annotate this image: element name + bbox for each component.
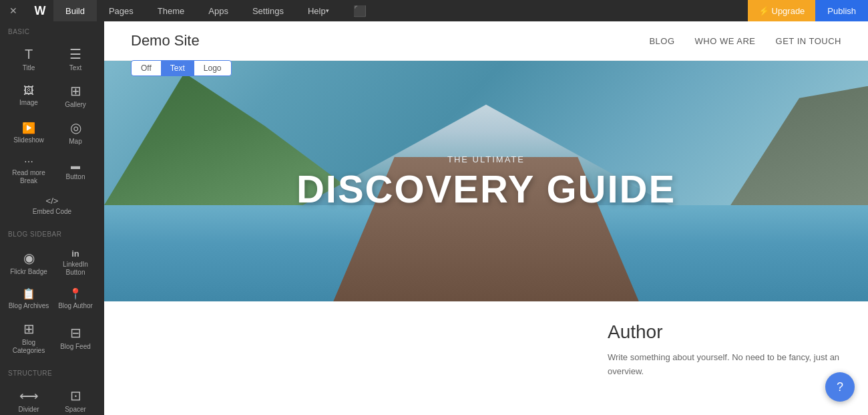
embed-icon: </>	[46, 196, 59, 206]
sidebar-item-slideshow[interactable]: ▶️ Slideshow	[5, 114, 52, 151]
close-button[interactable]: ✕	[0, 0, 27, 21]
toggle-logo[interactable]: Logo	[194, 61, 231, 76]
image-icon: 🖼	[23, 85, 34, 97]
nav-link-who-we-are[interactable]: WHO WE ARE	[695, 36, 756, 46]
sidebar-item-blog-archives[interactable]: 📋 Blog Archives	[5, 282, 52, 315]
toggle-off[interactable]: Off	[132, 61, 161, 76]
sidebar-item-button[interactable]: ▬ Button	[52, 151, 99, 190]
site-header: Demo Site BLOG WHO WE ARE GET IN TOUCH O…	[104, 21, 868, 61]
sidebar-item-title[interactable]: T Title	[5, 41, 52, 78]
tab-apps[interactable]: Apps	[196, 0, 240, 21]
linkedin-icon: in	[71, 249, 79, 259]
sidebar-item-gallery[interactable]: ⊞ Gallery	[52, 78, 99, 114]
device-toggle[interactable]: ⬛	[348, 5, 372, 17]
fab-icon: ?	[837, 380, 843, 394]
sidebar-item-blog-feed[interactable]: ⊟ Blog Feed	[52, 315, 99, 360]
flickr-icon: ◉	[23, 250, 35, 266]
chevron-down-icon: ▾	[326, 7, 329, 14]
hero-section: THE ULTIMATE DISCOVERY GUIDE	[104, 61, 868, 301]
nav-link-get-in-touch[interactable]: GET IN TOUCH	[776, 36, 841, 46]
hero-background: THE ULTIMATE DISCOVERY GUIDE	[104, 61, 868, 301]
fab-button[interactable]: ?	[825, 372, 855, 402]
section-label-blog-sidebar: Blog Sidebar	[0, 224, 104, 241]
slideshow-icon: ▶️	[22, 122, 35, 134]
tab-pages[interactable]: Pages	[97, 0, 146, 21]
site-frame: Demo Site BLOG WHO WE ARE GET IN TOUCH O…	[104, 21, 868, 415]
author-card: Author Write something about yourself. N…	[608, 321, 841, 379]
hero-subtitle: THE ULTIMATE	[296, 154, 676, 164]
sidebar-item-readmore[interactable]: ⋯ Read more Break	[5, 151, 52, 190]
author-title: Author	[608, 321, 841, 343]
section-label-basic: Basic	[0, 21, 104, 38]
tab-settings[interactable]: Settings	[240, 0, 296, 21]
sidebar-item-divider[interactable]: ⟷ Divider	[5, 382, 52, 415]
logo-icon: W	[27, 0, 53, 21]
device-icon: ⬛	[353, 5, 367, 17]
author-section: Author Write something about yourself. N…	[104, 301, 868, 399]
author-text: Write something about yourself. No need …	[608, 351, 841, 379]
basic-section-grid: T Title ☰ Text 🖼 Image ⊞ Gallery ▶️ Slid…	[0, 38, 104, 224]
sidebar-item-text[interactable]: ☰ Text	[52, 41, 99, 78]
divider-icon: ⟷	[19, 388, 39, 404]
blog-sidebar-section-grid: ◉ Flickr Badge in LinkedIn Button 📋 Blog…	[0, 241, 104, 363]
gallery-icon: ⊞	[70, 83, 81, 99]
text-icon: ☰	[69, 46, 81, 62]
sidebar-item-blog-author[interactable]: 📍 Blog Author	[52, 282, 99, 315]
categories-icon: ⊞	[23, 321, 35, 337]
sidebar-item-map[interactable]: ◎ Map	[52, 114, 99, 151]
hero-title: DISCOVERY GUIDE	[296, 170, 676, 209]
site-nav: BLOG WHO WE ARE GET IN TOUCH	[649, 36, 841, 46]
canvas-area: Demo Site BLOG WHO WE ARE GET IN TOUCH O…	[104, 21, 868, 415]
site-title: Demo Site	[131, 32, 200, 49]
sidebar-item-spacer[interactable]: ⊡ Spacer	[52, 382, 99, 415]
author-icon: 📍	[69, 287, 82, 300]
close-icon: ✕	[9, 5, 17, 16]
top-nav-actions: ⚡ Upgrade Publish	[748, 0, 868, 21]
title-icon: T	[25, 47, 33, 62]
sidebar-item-image[interactable]: 🖼 Image	[5, 78, 52, 114]
archives-icon: 📋	[22, 287, 35, 300]
publish-button[interactable]: Publish	[815, 0, 868, 21]
map-icon: ◎	[70, 120, 81, 136]
tab-help[interactable]: Help ▾	[296, 0, 341, 21]
nav-link-blog[interactable]: BLOG	[649, 36, 674, 46]
button-icon: ▬	[71, 160, 80, 171]
sidebar-item-flickr[interactable]: ◉ Flickr Badge	[5, 243, 52, 282]
readmore-icon: ⋯	[24, 156, 33, 167]
spacer-icon: ⊡	[70, 388, 81, 404]
section-label-structure: Structure	[0, 363, 104, 380]
hero-text: THE ULTIMATE DISCOVERY GUIDE	[296, 154, 676, 209]
sidebar-item-linkedin[interactable]: in LinkedIn Button	[52, 243, 99, 282]
main-layout: Basic T Title ☰ Text 🖼 Image ⊞ Gallery ▶…	[0, 21, 868, 415]
top-navigation: ✕ W Build Pages Theme Apps Settings Help…	[0, 0, 868, 21]
nav-tabs: Build Pages Theme Apps Settings Help ▾	[53, 0, 341, 21]
tab-build[interactable]: Build	[53, 0, 97, 21]
upgrade-button[interactable]: ⚡ Upgrade	[748, 0, 815, 21]
sidebar-item-embed[interactable]: </> Embed Code	[5, 190, 99, 221]
tab-theme[interactable]: Theme	[146, 0, 196, 21]
structure-section-grid: ⟷ Divider ⊡ Spacer	[0, 380, 104, 415]
sidebar-item-blog-categories[interactable]: ⊞ Blog Categories	[5, 315, 52, 360]
feed-icon: ⊟	[70, 325, 81, 341]
sidebar: Basic T Title ☰ Text 🖼 Image ⊞ Gallery ▶…	[0, 21, 104, 415]
toggle-text[interactable]: Text	[161, 61, 194, 76]
toggle-widget: Off Text Logo	[131, 60, 232, 76]
